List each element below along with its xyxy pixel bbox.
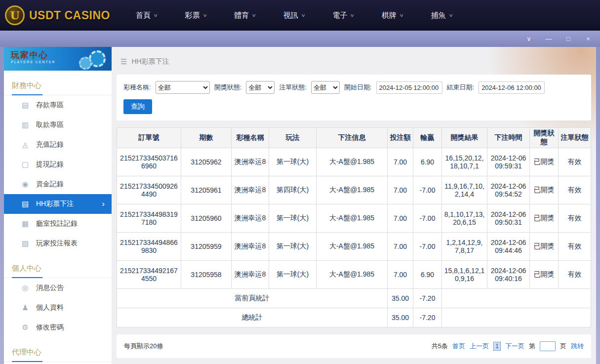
page-jump-input[interactable] xyxy=(540,341,556,351)
table-header-cell: 投注額 xyxy=(388,128,413,148)
table-cell: 有效 xyxy=(559,233,591,261)
nav-item[interactable]: 首頁∨ xyxy=(136,11,158,20)
sidebar-item-label: 提現記錄 xyxy=(36,160,64,169)
table-header-cell: 玩法 xyxy=(269,128,317,148)
logo-letter: U xyxy=(10,9,19,22)
summary-winloss-total: -7.20 xyxy=(413,289,442,308)
hh-lottery-bet-icon: ▤ xyxy=(21,200,30,208)
table-cell: 2024-12-06 09:50:31 xyxy=(487,204,530,233)
sidebar-item-profile[interactable]: ♟個人資料 xyxy=(4,298,112,318)
table-cell: 澳洲幸运8 xyxy=(232,233,269,261)
hall-bet-record-icon: ▦ xyxy=(21,219,30,228)
table-header-cell: 注單狀態 xyxy=(559,128,591,148)
table-cell: 大-A盤@1.985 xyxy=(317,176,388,204)
table-cell: 2152173345009264490 xyxy=(117,176,181,204)
next-page-link[interactable]: 下一页 xyxy=(505,342,524,351)
sidebar-item-label: 充值記錄 xyxy=(36,140,64,149)
first-page-link[interactable]: 首页 xyxy=(452,342,465,351)
sidebar-item-hh-lottery-bet[interactable]: ▤HH彩票下注› xyxy=(4,194,112,214)
sidebar-item-withdrawal-record[interactable]: ▢提現記錄 xyxy=(4,155,112,174)
table-cell: 7.00 xyxy=(388,233,413,261)
current-page-indicator[interactable]: 1 xyxy=(493,342,501,351)
nav-item[interactable]: 棋牌∨ xyxy=(382,11,403,20)
start-date-label: 開始日期: xyxy=(344,83,372,92)
window-titlebar: ∨—□× xyxy=(0,31,600,47)
nav-item[interactable]: 視訊∨ xyxy=(283,11,305,20)
end-date-input[interactable] xyxy=(479,81,545,94)
logo[interactable]: U USDT CASINO xyxy=(5,5,110,25)
dropdown-button[interactable]: ∨ xyxy=(525,36,533,42)
sidebar-item-label: 存款專區 xyxy=(36,101,64,110)
table-cell: 7.00 xyxy=(388,204,413,233)
sidebar-item-label: 資金記錄 xyxy=(36,180,64,189)
order-status-select[interactable]: 全部 xyxy=(311,81,340,94)
filter-panel: 彩種名稱: 全部 開獎狀態: 全部 注單狀態: 全部 開始日期: 結束日期: xyxy=(117,75,591,121)
table-cell: 31205958 xyxy=(181,261,232,289)
table-cell: 第一球(大) xyxy=(269,261,317,289)
table-cell: 2152173344983197180 xyxy=(117,204,181,233)
total-count-text: 共5条 xyxy=(432,342,448,351)
search-button[interactable]: 查詢 xyxy=(123,99,152,114)
minimize-button[interactable]: — xyxy=(545,36,553,42)
nav-item[interactable]: 體育∨ xyxy=(234,11,256,20)
table-cell: 31205960 xyxy=(181,204,232,233)
prev-page-link[interactable]: 上一页 xyxy=(470,342,489,351)
nav-item[interactable]: 電子∨ xyxy=(332,11,354,20)
nav-item[interactable]: 捕魚∨ xyxy=(431,11,453,20)
menu-icon[interactable]: ☰ xyxy=(120,57,127,66)
nav-item[interactable]: 彩票∨ xyxy=(185,11,207,20)
nav-item-label: 彩票 xyxy=(185,11,200,20)
poker-chip-graphic xyxy=(89,50,106,67)
sidebar-item-hall-bet-record[interactable]: ▦廳室投註記錄 xyxy=(4,214,112,234)
sidebar: 玩家中心 PLAYERS CENTER 財務中心▤存款專區▥取款專區◬充值記錄▢… xyxy=(4,47,112,364)
chevron-down-icon: ∨ xyxy=(448,13,453,18)
sidebar-section-label: 財務中心 xyxy=(4,76,112,95)
table-cell: 澳洲幸运8 xyxy=(232,176,269,204)
end-date-label: 結束日期: xyxy=(447,83,475,92)
profile-icon: ♟ xyxy=(21,303,30,312)
message-icon: ◎ xyxy=(21,283,30,292)
table-cell: 8,1,10,17,13,20,6,15 xyxy=(442,204,487,233)
pagination-controls: 共5条 首页 上一页 1 下一页 第 页 跳转 xyxy=(432,341,584,351)
jump-link[interactable]: 跳转 xyxy=(571,342,584,351)
sidebar-item-label: 消息公告 xyxy=(36,283,64,292)
sidebar-item-label: 個人資料 xyxy=(36,303,64,312)
table-cell: 大-A盤@1.985 xyxy=(317,261,388,289)
lottery-name-select[interactable]: 全部 xyxy=(156,81,210,94)
table-cell: 16,15,20,12,18,10,7,1 xyxy=(442,148,487,176)
sidebar-item-player-bet-report[interactable]: ▧玩家投注報表 xyxy=(4,234,112,253)
draw-status-label: 開獎狀態: xyxy=(214,83,242,92)
table-header-cell: 訂單號 xyxy=(117,128,181,148)
table-cell: 6.90 xyxy=(413,148,442,176)
sidebar-item-withdraw[interactable]: ▥取款專區 xyxy=(4,115,112,135)
sidebar-item-funds-record[interactable]: ◉資金記錄 xyxy=(4,174,112,194)
maximize-button[interactable]: □ xyxy=(564,36,572,42)
table-cell: 已開獎 xyxy=(530,261,559,289)
sidebar-header: 玩家中心 PLAYERS CENTER xyxy=(4,47,112,71)
sidebar-item-password[interactable]: ⚙修改密碼 xyxy=(4,318,112,337)
summary-label: 總統計 xyxy=(117,308,388,327)
chevron-down-icon: ∨ xyxy=(350,13,355,18)
table-cell: 已開獎 xyxy=(530,148,559,176)
sidebar-item-deposit[interactable]: ▤存款專區 xyxy=(4,95,112,115)
logo-text: USDT CASINO xyxy=(29,9,110,22)
table-cell: 大-A盤@1.985 xyxy=(317,204,388,233)
table-cell: 15,8,1,6,12,10,9,16 xyxy=(442,261,487,289)
sidebar-item-message[interactable]: ◎消息公告 xyxy=(4,278,112,298)
chevron-down-icon: ∨ xyxy=(399,13,404,18)
window-controls: ∨—□× xyxy=(525,36,592,42)
sidebar-item-recharge-record[interactable]: ◬充值記錄 xyxy=(4,135,112,155)
start-date-input[interactable] xyxy=(376,81,442,94)
table-cell: 1,2,14,12,9,7,8,17 xyxy=(442,233,487,261)
table-body: 215217334503716696031205962澳洲幸运8第一球(大)大-… xyxy=(117,148,591,289)
summary-winloss-total: -7.20 xyxy=(413,308,442,327)
draw-status-select[interactable]: 全部 xyxy=(246,81,275,94)
funds-record-icon: ◉ xyxy=(21,180,30,189)
summary-label: 當前頁統計 xyxy=(117,289,388,308)
table-cell: 第一球(大) xyxy=(269,148,317,176)
chevron-down-icon: ∨ xyxy=(153,13,158,18)
close-button[interactable]: × xyxy=(584,36,592,42)
bets-table-card: 訂單號期數彩種名稱玩法下注信息投注額輸贏開獎結果下注時間開獎狀態注單狀態 215… xyxy=(117,127,591,327)
table-cell: 有效 xyxy=(559,176,591,204)
table-header-cell: 期數 xyxy=(181,128,232,148)
